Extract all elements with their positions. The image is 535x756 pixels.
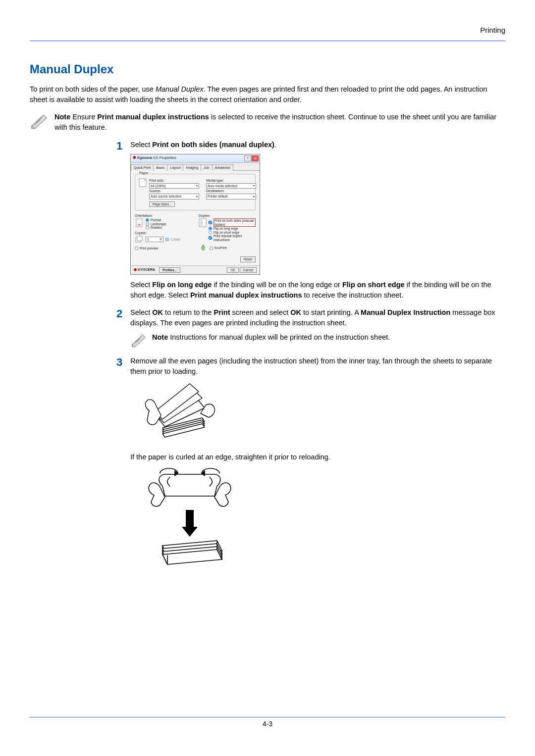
- destination-label: Destination:: [206, 189, 256, 193]
- media-type-label: Media type:: [206, 179, 256, 183]
- duplex-both-sides-check[interactable]: Print on both sides (manual duplex): [209, 218, 256, 227]
- dialog-titlebar: ✺ Kyocera GX Properties ? ✕: [131, 154, 260, 163]
- orientation-rotated-check[interactable]: Rotated: [146, 226, 166, 229]
- step-number: 3: [116, 356, 130, 368]
- orientation-icon: [135, 218, 144, 229]
- step-2: 2 Select OK to return to the Print scree…: [116, 307, 505, 353]
- divider: [30, 41, 505, 41]
- step3-text: Remove all the even pages (including the…: [130, 356, 505, 377]
- step-1: 1 Select Print on both sides (manual dup…: [116, 140, 505, 304]
- flip-short-edge-radio[interactable]: Flip on short edge: [209, 231, 256, 234]
- step2-note: Note Instructions for manual duplex will…: [130, 332, 505, 347]
- printer-properties-dialog: ✺ Kyocera GX Properties ? ✕ Quick Print …: [130, 154, 260, 275]
- spinner-icon: ⇅: [160, 238, 162, 241]
- svg-marker-17: [182, 527, 198, 537]
- note-block: Note Ensure Print manual duplex instruct…: [30, 112, 505, 133]
- print-size-select[interactable]: A4 [100%]▾: [149, 183, 199, 189]
- duplex-instructions-check[interactable]: Print manual duplex instructions: [209, 234, 256, 242]
- fan-sheets-illustration: [135, 381, 505, 448]
- kyocera-icon: ✺: [133, 156, 136, 160]
- chevron-down-icon: ▾: [253, 184, 255, 188]
- note-icon: [130, 332, 147, 347]
- straighten-paper-illustration: [135, 466, 505, 578]
- brand-footer: ⬣KYOCERA Profiles...: [134, 267, 180, 273]
- manual-page: Printing Manual Duplex To print on both …: [0, 0, 535, 756]
- duplex-icon: [199, 218, 207, 242]
- note-text: Note Ensure Print manual duplex instruct…: [54, 112, 505, 133]
- step-number: 2: [116, 307, 130, 319]
- help-icon[interactable]: ?: [244, 155, 251, 161]
- svg-rect-10: [200, 220, 203, 226]
- step3-text2: If the paper is curled at an edge, strai…: [130, 452, 505, 462]
- paper-fieldset: Paper Print size: A4 [100%]▾ S: [135, 174, 256, 211]
- step1-lead: Select Print on both sides (manual duple…: [130, 140, 505, 150]
- source-label: Source:: [149, 189, 199, 193]
- orientation-portrait-radio[interactable]: Portrait: [146, 218, 166, 222]
- close-icon[interactable]: ✕: [252, 155, 259, 161]
- section-tab: Printing: [30, 25, 505, 36]
- tab-basic[interactable]: Basic: [153, 164, 167, 171]
- flip-long-edge-radio[interactable]: Flip on long edge: [209, 227, 256, 230]
- tab-imaging[interactable]: Imaging: [183, 164, 201, 171]
- step2-text: Select OK to return to the Print screen …: [130, 307, 505, 328]
- tab-layout[interactable]: Layout: [167, 164, 183, 171]
- print-size-label: Print size:: [149, 179, 199, 183]
- step1-followup: Select Flip on long edge if the binding …: [130, 280, 505, 301]
- copies-input[interactable]: 1⇅: [146, 237, 163, 242]
- orientation-landscape-radio[interactable]: Landscape: [146, 222, 166, 226]
- profiles-button[interactable]: Profiles...: [159, 267, 180, 273]
- reset-button[interactable]: Reset: [240, 256, 256, 262]
- chevron-down-icon: ▾: [196, 195, 198, 199]
- step-number: 1: [116, 140, 130, 151]
- ecoprint-check[interactable]: EcoPrint: [210, 246, 227, 250]
- media-type-select[interactable]: Auto media selection▾: [206, 183, 256, 189]
- orientation-label: Orientation:: [135, 214, 192, 218]
- svg-rect-16: [186, 510, 194, 527]
- step-3: 3 Remove all the even pages (including t…: [116, 356, 505, 582]
- ok-button[interactable]: OK: [227, 267, 238, 273]
- page-heading: Manual Duplex: [30, 61, 505, 78]
- ecoprint-icon: [199, 244, 208, 252]
- print-preview-check[interactable]: Print preview: [135, 247, 192, 250]
- duplex-label: Duplex:: [199, 214, 256, 218]
- destination-select[interactable]: Printer default▾: [206, 194, 256, 199]
- collate-check[interactable]: Collate: [165, 238, 180, 241]
- chevron-down-icon: ▾: [196, 184, 198, 188]
- tab-strip: Quick Print Basic Layout Imaging Job Adv…: [131, 163, 260, 171]
- page-preview-icon: [138, 178, 147, 207]
- cancel-button[interactable]: Cancel: [240, 267, 257, 273]
- tab-job[interactable]: Job: [201, 164, 212, 171]
- page-number: 4-3: [0, 719, 535, 729]
- svg-rect-8: [137, 236, 142, 241]
- svg-point-6: [138, 224, 140, 226]
- intro-text: To print on both sides of the paper, use…: [30, 84, 505, 105]
- source-select[interactable]: Auto source selection▾: [149, 194, 199, 199]
- page-sizes-button[interactable]: Page Sizes...: [149, 202, 175, 207]
- chevron-down-icon: ▾: [253, 195, 255, 199]
- copies-label: Copies:: [135, 231, 192, 235]
- footer-divider: [30, 717, 505, 717]
- note-icon: [30, 112, 50, 129]
- dialog-footer: ⬣KYOCERA Profiles... OK Cancel: [131, 265, 260, 274]
- tab-advanced[interactable]: Advanced: [212, 164, 233, 171]
- tab-quick-print[interactable]: Quick Print: [131, 164, 154, 171]
- copies-icon: [135, 236, 144, 244]
